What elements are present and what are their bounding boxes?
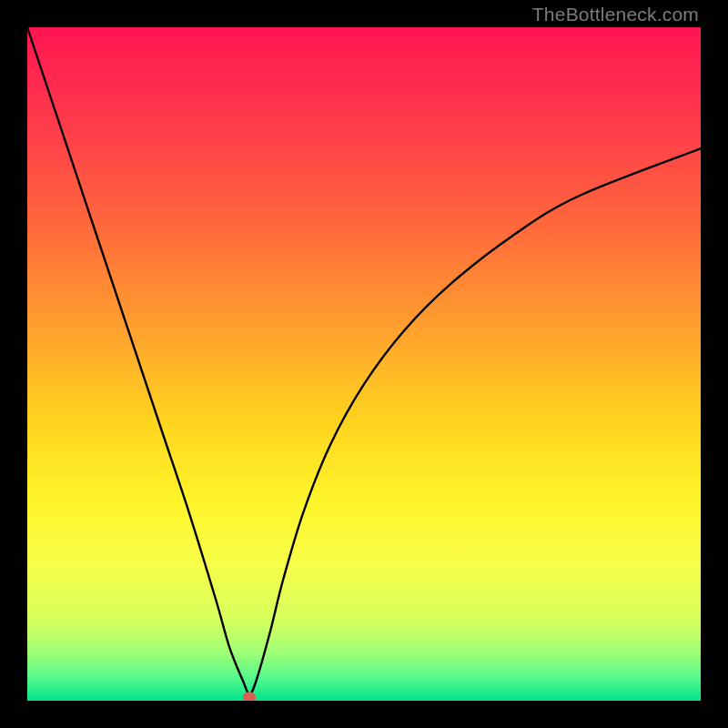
bottleneck-curve: [27, 27, 701, 701]
chart-frame: TheBottleneck.com: [0, 0, 728, 728]
optimal-point-marker: [243, 693, 256, 701]
watermark-text: TheBottleneck.com: [532, 4, 699, 25]
plot-area: [27, 27, 701, 701]
